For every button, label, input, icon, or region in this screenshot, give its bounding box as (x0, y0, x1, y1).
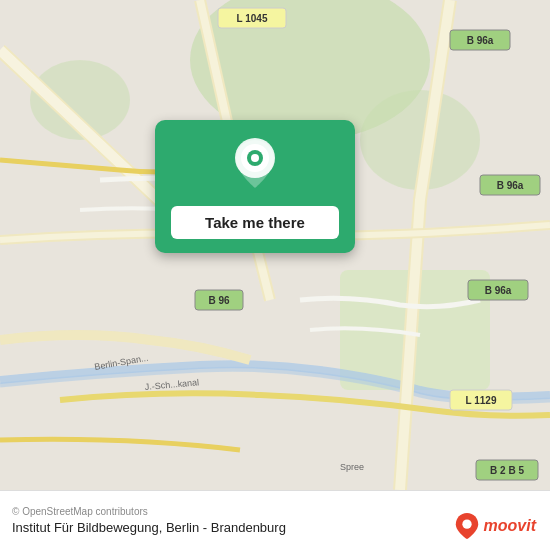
moovit-brand-text: moovit (484, 517, 536, 535)
svg-point-25 (251, 154, 259, 162)
svg-text:B 96a: B 96a (467, 35, 494, 46)
svg-text:L 1129: L 1129 (466, 395, 497, 406)
svg-point-26 (462, 519, 471, 528)
svg-text:Spree: Spree (340, 462, 364, 472)
bottom-bar: © OpenStreetMap contributors Institut Fü… (0, 490, 550, 550)
svg-text:B 2 B 5: B 2 B 5 (490, 465, 524, 476)
map-pin-icon (233, 138, 277, 194)
moovit-pin-icon (454, 512, 480, 540)
svg-text:L 1045: L 1045 (237, 13, 268, 24)
map-container: L 1045 B 96a B 96a B 96 B 96a L 1129 B 2… (0, 0, 550, 490)
svg-text:B 96: B 96 (208, 295, 230, 306)
svg-text:B 96a: B 96a (485, 285, 512, 296)
svg-text:B 96a: B 96a (497, 180, 524, 191)
location-card: Take me there (155, 120, 355, 253)
take-me-there-button[interactable]: Take me there (171, 206, 339, 239)
moovit-logo: moovit (454, 512, 536, 540)
